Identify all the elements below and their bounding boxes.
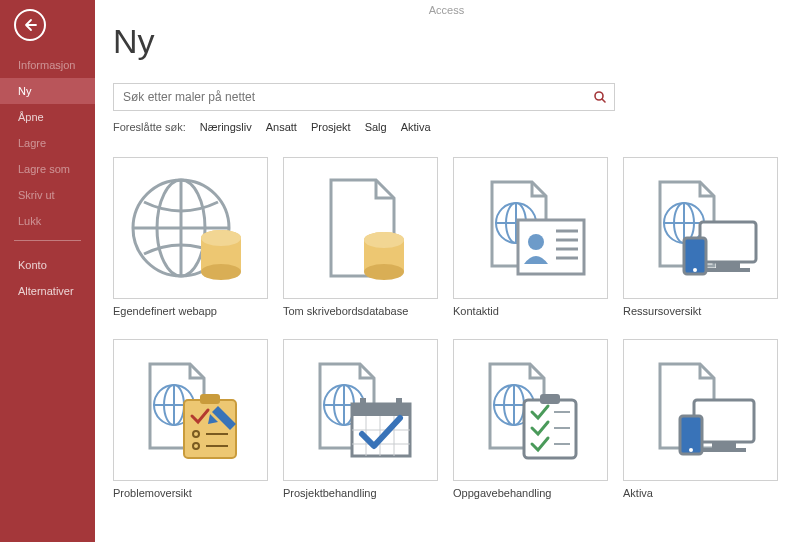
nav-lagre[interactable]: Lagre [0,130,95,156]
svg-point-12 [364,264,404,280]
nav-ny[interactable]: Ny [0,78,95,104]
template-thumb [283,339,438,481]
template-label: Egendefinert webapp [113,305,268,317]
template-label: Problemoversikt [113,487,268,499]
suggested-link-1[interactable]: Ansatt [266,121,297,133]
nav-skriv-ut[interactable]: Skriv ut [0,182,95,208]
search-box [113,83,615,111]
template-problemoversikt[interactable]: Problemoversikt [113,339,268,499]
template-oppgavebehandling[interactable]: Oppgavebehandling [453,339,608,499]
template-label: Tom skrivebordsdatabase [283,305,438,317]
svg-rect-38 [200,394,220,404]
template-thumb [623,339,778,481]
nav-divider [14,240,81,241]
nav-konto[interactable]: Konto [0,252,95,278]
template-label: Ressursoversikt [623,305,778,317]
svg-rect-61 [540,394,560,404]
template-label: Oppgavebehandling [453,487,608,499]
search-input[interactable] [114,90,586,104]
page-title: Ny [113,22,778,61]
template-thumb [623,157,778,299]
svg-point-69 [689,448,693,452]
svg-point-9 [201,230,241,246]
template-label: Kontaktid [453,305,608,317]
template-aktiva[interactable]: Aktiva [623,339,778,499]
template-tom-skrivebordsdatabase[interactable]: Tom skrivebordsdatabase [283,157,438,317]
doc-db-icon [296,168,426,288]
app-title: Access [429,4,464,16]
suggested-label: Foreslåtte søk: [113,121,186,133]
nav-alternativer[interactable]: Alternativer [0,278,95,304]
suggested-link-3[interactable]: Salg [365,121,387,133]
template-thumb [283,157,438,299]
svg-point-13 [364,232,404,248]
suggested-link-4[interactable]: Aktiva [401,121,431,133]
template-label: Aktiva [623,487,778,499]
globe-db-icon [126,168,256,288]
nav-informasjon[interactable]: Informasjon [0,52,95,78]
template-thumb [453,157,608,299]
assets-icon [636,350,766,470]
templates-grid: Egendefinert webapp Tom skrivebordsdatab… [113,157,778,499]
nav-top: Informasjon Ny Åpne Lagre Lagre som Skri… [0,52,95,234]
svg-rect-28 [700,222,756,262]
svg-rect-49 [360,398,366,408]
nav-lukk[interactable]: Lukk [0,208,95,234]
suggested-link-0[interactable]: Næringsliv [200,121,252,133]
search-icon [593,90,607,104]
project-icon [296,350,426,470]
template-thumb [453,339,608,481]
template-ressursoversikt[interactable]: Ressursoversikt [623,157,778,317]
nav-apne[interactable]: Åpne [0,104,95,130]
suggested-link-2[interactable]: Prosjekt [311,121,351,133]
template-egendefinert-webapp[interactable]: Egendefinert webapp [113,157,268,317]
template-prosjektbehandling[interactable]: Prosjektbehandling [283,339,438,499]
problems-icon [126,350,256,470]
arrow-left-icon [22,17,38,33]
svg-rect-30 [706,268,750,272]
search-button[interactable] [586,90,614,104]
svg-rect-50 [396,398,402,408]
svg-rect-67 [702,448,746,452]
svg-rect-37 [184,400,236,458]
template-thumb [113,157,268,299]
svg-rect-29 [716,262,740,268]
main-content: Access Ny Foreslåtte søk: Næringsliv Ans… [95,0,798,542]
svg-rect-18 [518,220,584,274]
nav-bottom: Konto Alternativer [0,252,95,304]
svg-point-19 [528,234,544,250]
template-label: Prosjektbehandling [283,487,438,499]
svg-rect-66 [712,442,736,448]
template-thumb [113,339,268,481]
sidebar: Informasjon Ny Åpne Lagre Lagre som Skri… [0,0,95,542]
resources-icon [636,168,766,288]
template-kontaktid[interactable]: Kontaktid [453,157,608,317]
back-button[interactable] [14,9,46,41]
tasks-icon [466,350,596,470]
contacts-icon [466,168,596,288]
svg-point-32 [693,268,697,272]
svg-point-8 [201,264,241,280]
svg-line-1 [602,99,605,102]
nav-lagre-som[interactable]: Lagre som [0,156,95,182]
suggested-row: Foreslåtte søk: Næringsliv Ansatt Prosje… [113,121,778,133]
